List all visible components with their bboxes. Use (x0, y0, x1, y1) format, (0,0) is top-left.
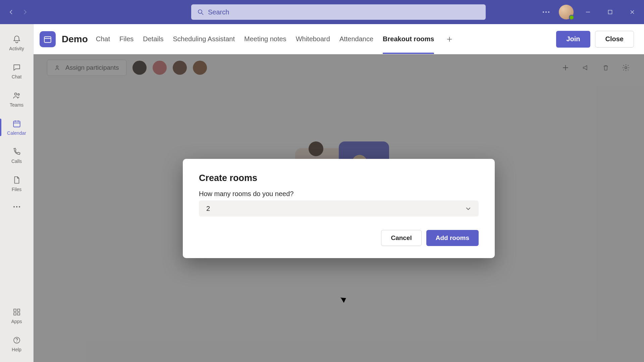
svg-rect-22 (44, 37, 51, 42)
avatar[interactable] (559, 5, 574, 19)
join-button[interactable]: Join (556, 31, 590, 48)
rail-label: Calendar (7, 130, 26, 136)
svg-point-2 (543, 11, 544, 13)
nav-back-button[interactable] (5, 6, 17, 18)
nav-forward-button[interactable] (19, 6, 31, 18)
svg-point-7 (14, 93, 17, 95)
file-icon (12, 175, 21, 185)
search-icon (197, 9, 204, 15)
meeting-tabs: Chat Files Details Scheduling Assistant … (96, 24, 434, 54)
close-button[interactable]: Close (595, 31, 634, 48)
meeting-actions: Join Close (556, 31, 634, 48)
chat-icon (12, 63, 21, 72)
svg-rect-18 (14, 313, 16, 315)
rail-label: Apps (11, 319, 22, 324)
svg-rect-19 (17, 313, 20, 315)
more-options-button[interactable] (540, 6, 552, 18)
rail-help[interactable]: Help (0, 330, 33, 358)
titlebar (0, 0, 644, 24)
svg-rect-16 (14, 309, 16, 311)
add-tab-button[interactable] (443, 33, 455, 45)
svg-point-21 (16, 342, 17, 342)
people-icon (12, 91, 21, 100)
tab-chat[interactable]: Chat (96, 24, 110, 54)
add-rooms-button[interactable]: Add rooms (426, 230, 479, 246)
apps-icon (12, 307, 21, 317)
rail-files[interactable]: Files (0, 170, 33, 198)
tab-meeting-notes[interactable]: Meeting notes (244, 24, 286, 54)
tab-scheduling-assistant[interactable]: Scheduling Assistant (173, 24, 235, 54)
search-input[interactable] (208, 8, 480, 16)
presence-available-icon (569, 15, 574, 20)
chevron-down-icon (465, 205, 471, 212)
ellipsis-icon (12, 202, 21, 212)
svg-point-3 (545, 11, 547, 13)
rail-label: Teams (10, 102, 23, 108)
window-maximize-button[interactable] (602, 6, 618, 18)
rail-label: Chat (12, 74, 22, 79)
svg-point-15 (19, 206, 20, 207)
titlebar-right (540, 5, 640, 19)
phone-icon (12, 147, 21, 157)
search-container (191, 4, 486, 20)
app-rail: Activity Chat Teams Calendar Calls Files (0, 24, 34, 362)
svg-rect-9 (13, 121, 20, 127)
svg-point-8 (18, 94, 19, 95)
svg-line-1 (202, 13, 203, 15)
dialog-question: How many rooms do you need? (199, 190, 479, 198)
rail-activity[interactable]: Activity (0, 29, 33, 57)
rail-calendar[interactable]: Calendar (0, 113, 33, 141)
help-icon (12, 336, 21, 345)
rail-label: Files (12, 187, 22, 192)
rail-teams[interactable]: Teams (0, 85, 33, 113)
meeting-icon (40, 31, 56, 47)
tab-whiteboard[interactable]: Whiteboard (296, 24, 330, 54)
tab-files[interactable]: Files (119, 24, 133, 54)
room-count-select[interactable]: 2 (199, 200, 479, 217)
rail-overflow[interactable] (0, 198, 33, 216)
meeting-header: Demo Chat Files Details Scheduling Assis… (34, 24, 644, 54)
svg-point-0 (198, 10, 202, 13)
tab-breakout-rooms[interactable]: Breakout rooms (383, 24, 434, 54)
tab-attendance[interactable]: Attendance (339, 24, 373, 54)
tab-details[interactable]: Details (143, 24, 163, 54)
svg-rect-6 (608, 10, 612, 14)
dialog-actions: Cancel Add rooms (199, 230, 479, 246)
cancel-button[interactable]: Cancel (381, 230, 421, 246)
rail-apps[interactable]: Apps (0, 302, 33, 330)
svg-point-14 (16, 206, 17, 207)
svg-point-4 (548, 11, 549, 13)
window-close-button[interactable] (625, 6, 640, 18)
rail-calls[interactable]: Calls (0, 141, 33, 170)
room-count-value: 2 (206, 205, 210, 213)
nav-history (5, 6, 31, 18)
bell-icon (12, 35, 21, 44)
search-box[interactable] (191, 4, 486, 20)
dialog-title: Create rooms (199, 173, 479, 183)
calendar-icon (12, 119, 21, 128)
rail-label: Activity (9, 46, 24, 51)
meeting-title: Demo (62, 34, 88, 45)
rail-chat[interactable]: Chat (0, 57, 33, 85)
window-minimize-button[interactable] (580, 6, 596, 18)
create-rooms-dialog: Create rooms How many rooms do you need?… (183, 159, 495, 258)
svg-point-13 (13, 206, 15, 207)
rail-label: Calls (11, 159, 22, 164)
svg-rect-17 (17, 309, 20, 311)
rail-label: Help (12, 347, 21, 352)
